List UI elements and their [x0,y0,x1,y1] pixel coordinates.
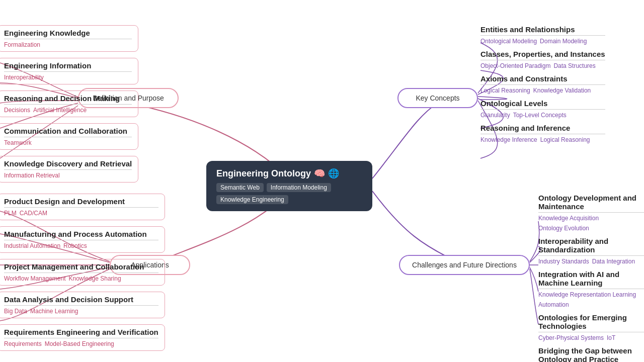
crleaf-title-4: Bridging the Gap between Ontology and Pr… [538,346,644,362]
bleaf-title-1: Manufacturing and Process Automation [4,230,158,240]
rleaf-tag-0-1[interactable]: Domain Modeling [540,38,587,45]
left-leaves-group: Engineering Knowledge Formalization Engi… [0,25,138,189]
leaf-interoperability: Interoperability and Standardization Ind… [538,237,644,265]
rleaf-title-3: Ontological Levels [480,99,605,110]
crleaf-tag-1-0[interactable]: Industry Standards [538,258,589,265]
central-node: Engineering Ontology 🧠 🌐 Semantic Web In… [206,161,372,211]
leaf-title-3: Communication and Collaboration [4,127,132,137]
central-title: Engineering Ontology [216,168,311,179]
rleaf-title-4: Reasoning and Inference [480,124,605,134]
tag-info-modeling[interactable]: Information Modeling [267,183,331,192]
leaf-emerging-tech: Ontologies for Emerging Technologies Cyb… [538,313,644,341]
leaf-communication-collab: Communication and Collaboration Teamwork [0,123,138,150]
rleaf-tag-0-0[interactable]: Ontological Modeling [480,38,537,45]
bleaf-tag-2-1[interactable]: Knowledge Sharing [69,275,121,282]
crleaf-tag-2-0[interactable]: Knowledge Representation Learning [538,291,636,298]
crleaf-tag-1-1[interactable]: Data Integration [592,258,635,265]
left-leaves-bottom-group: Product Design and Development PLM CAD/C… [0,194,165,357]
leaf-tag-0-0[interactable]: Formalization [4,41,40,48]
crleaf-tag-0-0[interactable]: Knowledge Acquisition [538,215,599,222]
leaf-reasoning-inference: Reasoning and Inference Knowledge Infere… [480,124,605,143]
leaf-title-4: Knowledge Discovery and Retrieval [4,159,132,170]
leaf-data-analysis: Data Analysis and Decision Support Big D… [0,292,165,318]
leaf-classes-properties: Classes, Properties, and Instances Objec… [480,50,605,69]
leaf-project-management: Project Management and Collaboration Wor… [0,259,165,286]
crleaf-tag-0-1[interactable]: Ontology Evolution [538,225,589,232]
bleaf-title-4: Requirements Engineering and Verificatio… [4,328,158,338]
leaf-reasoning-decision: Reasoning and Decision Making Decisions … [0,90,138,117]
leaf-requirements-engineering: Requirements Engineering and Verificatio… [0,324,165,351]
crleaf-tag-2-1[interactable]: Automation [538,301,569,308]
leaf-axioms-constraints: Axioms and Constraints Logical Reasoning… [480,74,605,94]
globe-icon: 🌐 [328,168,339,179]
rleaf-title-0: Entities and Relationships [480,25,605,36]
crleaf-title-1: Interoperability and Standardization [538,237,644,256]
rleaf-tag-2-1[interactable]: Knowledge Validation [533,87,591,94]
branch-challenges[interactable]: Challenges and Future Directions [399,255,530,275]
tag-knowledge-eng[interactable]: Knowledge Engineering [216,195,288,204]
leaf-tag-1-0[interactable]: Interoperability [4,74,44,81]
leaf-title-1: Engineering Information [4,61,132,72]
leaf-tag-2-1[interactable]: Artificial Intelligence [33,107,87,114]
central-tags: Semantic Web Information Modeling Knowle… [216,183,362,204]
leaf-title-2: Reasoning and Decision Making [4,94,132,105]
crleaf-title-2: Integration with AI and Machine Learning [538,270,644,289]
rleaf-tag-3-0[interactable]: Granularity [480,112,510,119]
rleaf-tag-1-0[interactable]: Object-Oriented Paradigm [480,62,550,69]
leaf-tag-2-0[interactable]: Decisions [4,107,30,114]
leaf-bridging-gap: Bridging the Gap between Ontology and Pr… [538,346,644,362]
leaf-engineering-information: Engineering Information Interoperability [0,58,138,84]
bleaf-tag-3-0[interactable]: Big Data [4,308,27,315]
leaf-tag-3-0[interactable]: Teamwork [4,139,32,146]
rleaf-tag-3-1[interactable]: Top-Level Concepts [513,112,567,119]
right-leaves-bottom-group: Ontology Development and Maintenance Kno… [538,194,644,362]
leaf-ontological-levels: Ontological Levels Granularity Top-Level… [480,99,605,119]
bleaf-tag-0-0[interactable]: PLM [4,210,17,217]
rleaf-tag-1-1[interactable]: Data Structures [553,62,595,69]
leaf-tag-4-0[interactable]: Information Retrieval [4,172,60,179]
leaf-entities-relationships: Entities and Relationships Ontological M… [480,25,605,45]
branch-key-concepts[interactable]: Key Concepts [397,88,478,108]
bleaf-title-3: Data Analysis and Decision Support [4,295,158,306]
brain-icon: 🧠 [314,168,325,179]
leaf-knowledge-discovery: Knowledge Discovery and Retrieval Inform… [0,156,138,183]
bleaf-tag-1-0[interactable]: Industrial Automation [4,242,60,249]
bleaf-tag-2-0[interactable]: Workflow Management [4,275,66,282]
tag-semantic-web[interactable]: Semantic Web [216,183,264,192]
crleaf-tag-3-1[interactable]: IoT [607,334,615,341]
leaf-manufacturing-automation: Manufacturing and Process Automation Ind… [0,226,165,253]
bleaf-tag-0-1[interactable]: CAD/CAM [20,210,47,217]
bleaf-title-0: Product Design and Development [4,197,158,208]
rleaf-title-2: Axioms and Constraints [480,74,605,85]
rleaf-tag-4-1[interactable]: Logical Reasoning [540,136,590,143]
crleaf-title-3: Ontologies for Emerging Technologies [538,313,644,332]
leaf-product-design: Product Design and Development PLM CAD/C… [0,194,165,220]
leaf-ontology-dev-maintenance: Ontology Development and Maintenance Kno… [538,194,644,232]
bleaf-tag-4-0[interactable]: Requirements [4,340,42,347]
leaf-ai-ml-integration: Integration with AI and Machine Learning… [538,270,644,308]
rleaf-tag-4-0[interactable]: Knowledge Inference [480,136,537,143]
crleaf-tag-3-0[interactable]: Cyber-Physical Systems [538,334,604,341]
bleaf-tag-1-1[interactable]: Robotics [63,242,87,249]
bleaf-tag-3-1[interactable]: Machine Learning [30,308,78,315]
leaf-title-0: Engineering Knowledge [4,29,132,39]
right-leaves-top-group: Entities and Relationships Ontological M… [480,25,605,148]
crleaf-title-0: Ontology Development and Maintenance [538,194,644,213]
bleaf-tag-4-1[interactable]: Model-Based Engineering [45,340,114,347]
bleaf-title-2: Project Management and Collaboration [4,262,158,273]
leaf-engineering-knowledge: Engineering Knowledge Formalization [0,25,138,52]
rleaf-tag-2-0[interactable]: Logical Reasoning [480,87,530,94]
rleaf-title-1: Classes, Properties, and Instances [480,50,605,60]
